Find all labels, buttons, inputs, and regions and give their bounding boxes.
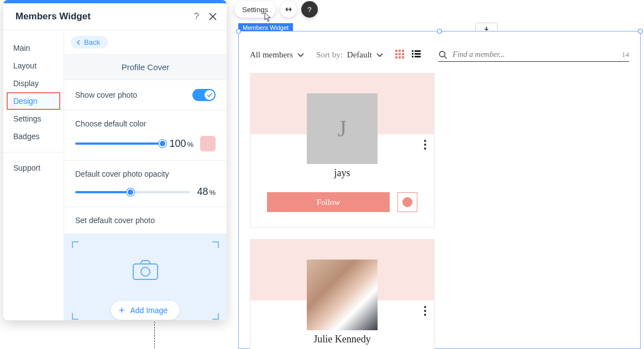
sidebar-divider xyxy=(3,152,64,152)
filters-bar: All members Sort by: Default 14 xyxy=(239,31,640,73)
sidebar-item-design[interactable]: Design xyxy=(7,92,60,110)
svg-rect-6 xyxy=(399,53,401,55)
sort-value: Default xyxy=(347,50,372,60)
scope-label: All members xyxy=(250,50,293,60)
panel-header: Members Widget ? xyxy=(3,3,227,30)
sort-dropdown[interactable]: Default xyxy=(347,50,383,60)
add-image-label: Add Image xyxy=(130,306,167,315)
selection-handle[interactable] xyxy=(437,29,442,34)
stretch-icon[interactable] xyxy=(280,1,297,18)
selection-handle[interactable] xyxy=(236,29,241,34)
svg-rect-3 xyxy=(399,50,401,52)
section-title: Profile Cover xyxy=(64,54,227,80)
row-opacity: Default cover photo opacity 48 % xyxy=(64,161,227,207)
widget-frame[interactable]: All members Sort by: Default 14 xyxy=(238,31,641,349)
avatar-photo xyxy=(307,260,378,330)
avatar-initial: J xyxy=(307,93,378,164)
opacity-unit: % xyxy=(209,188,216,197)
svg-rect-10 xyxy=(402,56,404,59)
color-slider[interactable] xyxy=(75,142,163,145)
svg-rect-7 xyxy=(402,53,404,55)
list-view-icon[interactable] xyxy=(412,50,421,60)
sidebar-item-support[interactable]: Support xyxy=(3,159,64,177)
back-button[interactable]: Back xyxy=(71,36,108,49)
choose-color-label: Choose default color xyxy=(75,119,216,128)
back-label: Back xyxy=(84,38,100,46)
floating-toolbar: Settings ? xyxy=(234,1,318,18)
chat-button[interactable] xyxy=(397,192,417,212)
sidebar-item-settings[interactable]: Settings xyxy=(3,110,64,128)
svg-rect-12 xyxy=(415,50,421,52)
default-cover-dropzone[interactable]: + Add Image xyxy=(64,234,227,320)
svg-rect-2 xyxy=(395,50,397,52)
svg-rect-13 xyxy=(412,53,413,55)
row-show-cover: Show cover photo xyxy=(64,80,227,110)
member-name: jays xyxy=(250,167,434,179)
chevron-down-icon xyxy=(376,53,383,57)
sortby-label: Sort by: xyxy=(316,50,343,60)
panel-sidebar: Main Layout Display Design Settings Badg… xyxy=(3,30,64,320)
grid-view-icon[interactable] xyxy=(395,50,404,60)
close-icon[interactable] xyxy=(209,13,217,20)
show-cover-label: Show cover photo xyxy=(75,91,137,99)
svg-rect-11 xyxy=(412,50,413,52)
selection-handle[interactable] xyxy=(638,29,643,34)
member-name: Julie Kennedy xyxy=(250,334,434,345)
member-card[interactable]: J jays Follow xyxy=(250,73,434,228)
svg-rect-9 xyxy=(399,56,401,59)
panel-title: Members Widget xyxy=(15,11,91,22)
settings-chip[interactable]: Settings xyxy=(234,1,276,18)
settings-panel: Members Widget ? Main Layout Display Des… xyxy=(3,0,227,320)
opacity-slider[interactable] xyxy=(75,191,190,193)
member-count: 14 xyxy=(622,50,629,59)
svg-rect-0 xyxy=(133,264,158,279)
row-default-color: Choose default color 100 % xyxy=(64,110,227,161)
crop-corner-icon xyxy=(72,313,78,320)
follow-button[interactable]: Follow xyxy=(267,192,390,212)
sidebar-item-layout[interactable]: Layout xyxy=(3,57,64,75)
svg-rect-8 xyxy=(395,56,397,59)
opacity-value: 48 xyxy=(197,186,208,198)
chat-icon xyxy=(402,197,412,207)
search-icon xyxy=(438,50,447,59)
member-cards: J jays Follow Julie Kennedy Admin xyxy=(239,73,640,349)
color-swatch[interactable] xyxy=(200,136,216,151)
add-image-button[interactable]: + Add Image xyxy=(111,301,180,320)
more-icon[interactable] xyxy=(424,306,426,316)
color-value: 100 xyxy=(169,138,186,150)
panel-content: Back Profile Cover Show cover photo Choo… xyxy=(64,30,227,320)
svg-rect-15 xyxy=(412,56,413,57)
scope-dropdown[interactable]: All members xyxy=(250,50,304,60)
member-card[interactable]: Julie Kennedy Admin Follow xyxy=(250,239,434,349)
sidebar-item-display[interactable]: Display xyxy=(3,75,64,92)
crop-corner-icon xyxy=(72,241,78,248)
sidebar-item-badges[interactable]: Badges xyxy=(3,128,64,145)
color-unit: % xyxy=(187,140,193,149)
chevron-left-icon xyxy=(76,40,81,45)
more-icon[interactable] xyxy=(424,140,426,150)
crop-corner-icon xyxy=(212,241,219,248)
camera-icon xyxy=(132,259,159,283)
sidebar-item-main[interactable]: Main xyxy=(3,39,64,57)
plus-icon: + xyxy=(119,305,125,315)
row-set-photo: Set default cover photo xyxy=(64,207,227,234)
svg-rect-5 xyxy=(395,53,397,55)
check-icon xyxy=(207,92,212,98)
show-cover-toggle[interactable] xyxy=(192,89,216,101)
chevron-down-icon xyxy=(297,53,304,57)
help-chip-icon[interactable]: ? xyxy=(301,1,318,18)
toggle-knob xyxy=(205,90,214,100)
svg-point-17 xyxy=(439,51,445,57)
set-photo-label: Set default cover photo xyxy=(75,216,155,225)
opacity-label: Default cover photo opacity xyxy=(75,170,216,178)
search-input[interactable] xyxy=(453,50,616,59)
crop-corner-icon xyxy=(212,313,219,320)
svg-rect-16 xyxy=(415,56,421,57)
help-icon[interactable]: ? xyxy=(194,12,199,22)
svg-rect-14 xyxy=(415,53,421,55)
search-field[interactable]: 14 xyxy=(438,48,629,62)
connector-line xyxy=(154,321,155,349)
svg-rect-4 xyxy=(402,50,404,52)
svg-point-1 xyxy=(141,267,150,276)
